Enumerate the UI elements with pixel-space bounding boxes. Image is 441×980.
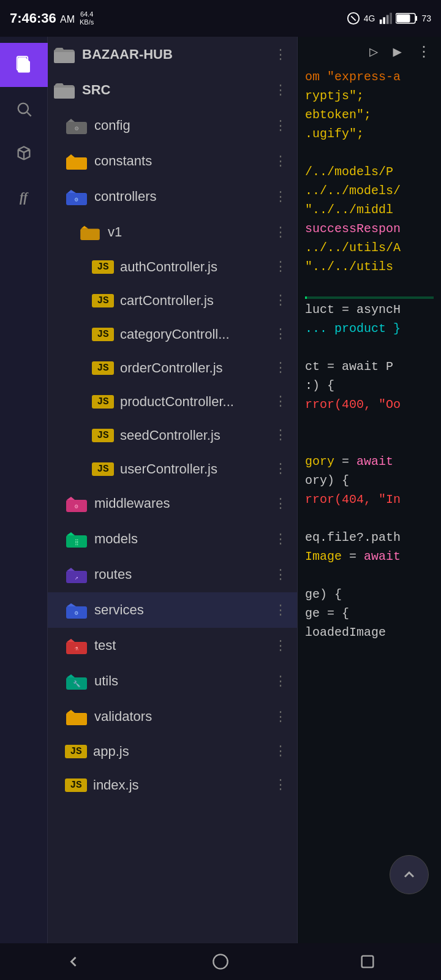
file-context-menu[interactable]: ⋮ (269, 529, 292, 550)
code-line: loadedImage (305, 623, 434, 642)
battery-percent: 73 (421, 13, 431, 23)
file-context-menu[interactable]: ⋮ (269, 458, 292, 480)
code-line (305, 509, 434, 528)
folder-orange-icon (66, 153, 87, 170)
back-icon (65, 953, 82, 970)
file-context-menu[interactable]: ⋮ (269, 493, 292, 514)
sidebar-item-font[interactable]: ff (0, 175, 48, 219)
file-context-menu[interactable]: ⋮ (269, 706, 292, 728)
code-line: ryptjs"; (305, 86, 434, 105)
file-context-menu[interactable]: ⋮ (269, 424, 292, 446)
list-item[interactable]: ⚙ controllers ⋮ (48, 179, 297, 214)
list-item[interactable]: JS index.js ⋮ (48, 768, 297, 802)
file-context-menu[interactable]: ⋮ (269, 256, 292, 277)
main-layout: ff BAZAAR-HUB ⋮ SRC ⋮ (0, 37, 441, 943)
list-item[interactable]: constants ⋮ (48, 143, 297, 179)
svg-rect-8 (397, 15, 410, 23)
code-line: ct = await P (305, 357, 434, 376)
list-item[interactable]: SRC ⋮ (48, 72, 297, 108)
list-item[interactable]: JS userController.js ⋮ (48, 452, 297, 486)
js-badge: JS (92, 395, 114, 409)
svg-point-11 (18, 104, 28, 113)
file-context-menu[interactable]: ⋮ (269, 80, 292, 101)
more-options-button[interactable]: ⋮ (417, 43, 431, 61)
list-item[interactable]: JS cartController.js ⋮ (48, 284, 297, 317)
back-button[interactable] (65, 953, 82, 970)
folder-validators-icon (65, 705, 88, 728)
network-speed: 64.4KB/s (80, 10, 94, 26)
folder-purple-icon: ↗ (66, 566, 87, 583)
file-context-menu[interactable]: ⋮ (269, 323, 292, 345)
folder-utils-icon: 🔧 (65, 669, 88, 693)
file-name: constants (94, 153, 269, 169)
recents-icon (359, 953, 376, 970)
list-item[interactable]: BAZAAR-HUB ⋮ (48, 37, 297, 72)
file-context-menu[interactable]: ⋮ (269, 290, 292, 311)
file-name: orderController.js (120, 360, 269, 376)
file-context-menu[interactable]: ⋮ (269, 115, 292, 137)
sidebar-item-extensions[interactable] (0, 131, 48, 175)
list-item[interactable]: ⣿ models ⋮ (48, 521, 297, 557)
code-line (305, 338, 434, 357)
status-ampm: AM (60, 14, 75, 24)
list-item[interactable]: ⚙ config ⋮ (48, 108, 297, 143)
js-badge: JS (92, 361, 114, 375)
list-item[interactable]: ⚙ middlewares ⋮ (48, 486, 297, 521)
file-context-menu[interactable]: ⋮ (269, 600, 292, 621)
folder-red-icon: ⚗ (66, 637, 87, 654)
play-step-button[interactable]: ▷ (369, 43, 378, 61)
svg-text:⣿: ⣿ (75, 539, 79, 546)
battery-icon (396, 12, 418, 24)
list-item[interactable]: ⚙ services ⋮ (48, 592, 297, 628)
svg-rect-4 (386, 15, 389, 24)
list-item[interactable]: 🔧 utils ⋮ (48, 663, 297, 699)
list-item[interactable]: JS app.js ⋮ (48, 734, 297, 768)
list-item[interactable]: validators ⋮ (48, 699, 297, 734)
list-item[interactable]: JS productController... ⋮ (48, 385, 297, 418)
svg-line-1 (351, 16, 355, 20)
scroll-to-top-button[interactable] (390, 855, 429, 894)
recents-button[interactable] (359, 953, 376, 970)
code-line: "../../middl (305, 200, 434, 219)
file-context-menu[interactable]: ⋮ (269, 186, 292, 208)
file-context-menu[interactable]: ⋮ (269, 741, 292, 762)
file-name: categoryControll... (120, 326, 269, 342)
code-line (305, 414, 434, 433)
code-line (305, 566, 434, 585)
svg-rect-35 (66, 713, 87, 725)
list-item[interactable]: JS seedController.js ⋮ (48, 418, 297, 452)
code-line: gory = await (305, 452, 434, 471)
code-line: successRespon (305, 219, 434, 238)
code-line: :) { (305, 376, 434, 395)
file-context-menu[interactable]: ⋮ (269, 671, 292, 692)
file-context-menu[interactable]: ⋮ (269, 391, 292, 412)
file-name: cartController.js (120, 293, 269, 309)
file-name: authController.js (120, 259, 269, 275)
file-context-menu[interactable]: ⋮ (269, 774, 292, 796)
list-item[interactable]: ⚗ test ⋮ (48, 628, 297, 663)
file-context-menu[interactable]: ⋮ (269, 635, 292, 657)
file-context-menu[interactable]: ⋮ (269, 44, 292, 66)
file-name: index.js (93, 777, 269, 793)
sidebar-item-files[interactable] (0, 43, 48, 87)
code-line: .ugify"; (305, 124, 434, 143)
search-icon (15, 100, 32, 118)
code-line: ../../utils/A (305, 238, 434, 257)
list-item[interactable]: JS orderController.js ⋮ (48, 351, 297, 385)
code-line: om "express-a (305, 67, 434, 86)
list-item[interactable]: JS authController.js ⋮ (48, 250, 297, 284)
folder-routes-icon: ↗ (65, 563, 88, 586)
list-item[interactable]: ↗ routes ⋮ (48, 557, 297, 592)
home-button[interactable] (212, 953, 229, 970)
file-context-menu[interactable]: ⋮ (269, 357, 292, 379)
play-button[interactable]: ▶ (393, 43, 402, 61)
file-context-menu[interactable]: ⋮ (269, 151, 292, 172)
folder-blue-services-icon: ⚙ (66, 601, 87, 619)
file-context-menu[interactable]: ⋮ (269, 222, 292, 243)
sidebar-item-search[interactable] (0, 87, 48, 131)
file-context-menu[interactable]: ⋮ (269, 564, 292, 586)
svg-rect-14 (54, 88, 75, 99)
file-explorer: BAZAAR-HUB ⋮ SRC ⋮ ⚙ confi (48, 37, 298, 943)
list-item[interactable]: JS categoryControll... ⋮ (48, 317, 297, 351)
list-item[interactable]: v1 ⋮ (48, 214, 297, 250)
